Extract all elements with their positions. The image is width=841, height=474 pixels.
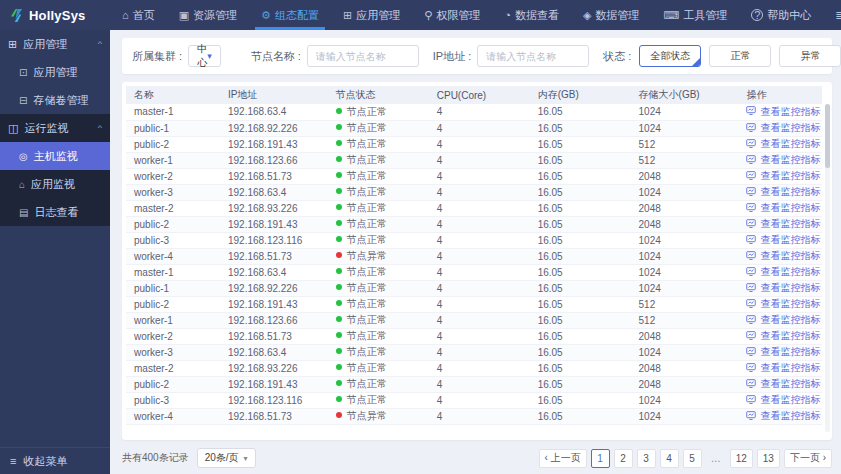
view-metrics-link[interactable]: 查看监控指标	[746, 409, 820, 423]
table-scrollbar[interactable]	[825, 104, 830, 432]
view-metrics-link[interactable]: 查看监控指标	[746, 393, 820, 407]
table-row: worker-4192.168.51.73节点异常416.051024查看监控指…	[126, 408, 822, 424]
cell-actions: 查看监控指标	[738, 408, 822, 424]
status-dot-normal	[336, 188, 342, 194]
view-metrics-link[interactable]: 查看监控指标	[746, 281, 820, 295]
view-metrics-link[interactable]: 查看监控指标	[746, 137, 820, 151]
view-metrics-label: 查看监控指标	[760, 393, 820, 407]
page-button-12[interactable]: 12	[730, 449, 753, 468]
view-metrics-link[interactable]: 查看监控指标	[746, 105, 820, 119]
nav-item-3[interactable]: ⚙组态配置	[249, 0, 331, 30]
page-button-1[interactable]: 1	[591, 449, 610, 468]
nav-item-9[interactable]: ?帮助中心	[739, 0, 823, 30]
monitor-chart-icon	[746, 106, 756, 117]
cell-status: 节点正常	[328, 216, 429, 232]
cell-ip: 192.168.63.4	[220, 344, 328, 360]
sidebar-group-2[interactable]: ◫运行监视^	[0, 114, 110, 142]
view-metrics-link[interactable]: 查看监控指标	[746, 345, 820, 359]
monitor-chart-icon	[746, 331, 756, 342]
next-page-button[interactable]: 下一页 ›	[784, 449, 832, 468]
cell-status: 节点正常	[328, 152, 429, 168]
view-metrics-link[interactable]: 查看监控指标	[746, 377, 820, 391]
cluster-select[interactable]: 中心 ▾	[188, 45, 221, 67]
status-normal-button[interactable]: 正常	[709, 45, 771, 67]
nav-item-8[interactable]: ⌨工具管理	[651, 0, 739, 30]
view-metrics-link[interactable]: 查看监控指标	[746, 313, 820, 327]
nav-item-2[interactable]: ▣资源管理	[167, 0, 249, 30]
cell-actions: 查看监控指标	[738, 280, 822, 296]
view-metrics-label: 查看监控指标	[760, 201, 820, 215]
collapse-menu-button[interactable]: ≡ 收起菜单	[0, 447, 110, 474]
view-metrics-link[interactable]: 查看监控指标	[746, 249, 820, 263]
nav-item-1[interactable]: ⌂首页	[110, 0, 167, 30]
sidebar-group-1[interactable]: ⊞应用管理^	[0, 30, 110, 58]
sidebar-item-日志查看[interactable]: ▤日志查看	[0, 198, 110, 226]
page-button-5[interactable]: 5	[683, 449, 702, 468]
nav-item-label: 资源管理	[193, 8, 237, 23]
cell-status: 节点正常	[328, 296, 429, 312]
collapse-menu-icon: ≡	[10, 455, 16, 467]
page-size-select[interactable]: 20条/页 ▾	[197, 448, 256, 468]
cell-cpu: 4	[429, 216, 530, 232]
nav-item-5[interactable]: ⚲权限管理	[412, 0, 492, 30]
status-abnormal-button[interactable]: 异常	[779, 45, 841, 67]
cell-memory: 16.05	[530, 200, 631, 216]
nav-item-10[interactable]: ≣更多▾	[823, 0, 841, 30]
cell-memory: 16.05	[530, 104, 631, 120]
sidebar-item-label: 存储卷管理	[33, 93, 88, 108]
status-all-button[interactable]: 全部状态	[639, 45, 701, 67]
table-row: public-3192.168.123.116节点正常416.051024查看监…	[126, 232, 822, 248]
cell-actions: 查看监控指标	[738, 344, 822, 360]
page-button-2[interactable]: 2	[614, 449, 633, 468]
view-metrics-link[interactable]: 查看监控指标	[746, 153, 820, 167]
view-metrics-label: 查看监控指标	[760, 361, 820, 375]
view-metrics-link[interactable]: 查看监控指标	[746, 169, 820, 183]
view-metrics-label: 查看监控指标	[760, 345, 820, 359]
view-metrics-link[interactable]: 查看监控指标	[746, 329, 820, 343]
cell-memory: 16.05	[530, 280, 631, 296]
page-button-4[interactable]: 4	[660, 449, 679, 468]
nav-item-7[interactable]: ◈数据管理	[571, 0, 651, 30]
page-button-13[interactable]: 13	[757, 449, 780, 468]
status-label: 状态 :	[603, 49, 631, 64]
view-metrics-link[interactable]: 查看监控指标	[746, 297, 820, 311]
status-button-group: 全部状态 正常 异常	[639, 45, 841, 67]
sidebar-item-应用管理[interactable]: ⊡应用管理	[0, 58, 110, 86]
cell-ip: 192.168.191.43	[220, 136, 328, 152]
sidebar-item-应用监视[interactable]: ⌂应用监视	[0, 170, 110, 198]
prev-page-button[interactable]: ‹ 上一页	[539, 449, 587, 468]
view-metrics-link[interactable]: 查看监控指标	[746, 233, 820, 247]
cell-name: master-2	[126, 360, 220, 376]
table-row: worker-3192.168.63.4节点正常416.051024查看监控指标	[126, 184, 822, 200]
ip-input[interactable]	[477, 45, 589, 67]
cell-storage: 1024	[631, 120, 739, 136]
collapse-menu-label: 收起菜单	[23, 454, 67, 469]
view-metrics-link[interactable]: 查看监控指标	[746, 121, 820, 135]
cell-name: master-1	[126, 264, 220, 280]
page-button-3[interactable]: 3	[637, 449, 656, 468]
cell-storage: 512	[631, 152, 739, 168]
view-metrics-link[interactable]: 查看监控指标	[746, 201, 820, 215]
nav-item-4[interactable]: ⊞应用管理	[331, 0, 412, 30]
status-text: 节点正常	[347, 346, 387, 357]
status-dot-normal	[336, 156, 342, 162]
nav-item-6[interactable]: ◔数据查看	[492, 0, 571, 30]
cell-memory: 16.05	[530, 376, 631, 392]
node-name-input[interactable]	[307, 45, 419, 67]
status-text: 节点正常	[347, 186, 387, 197]
view-metrics-link[interactable]: 查看监控指标	[746, 185, 820, 199]
view-metrics-link[interactable]: 查看监控指标	[746, 217, 820, 231]
chevron-down-icon: ▾	[207, 51, 212, 61]
monitor-chart-icon	[746, 347, 756, 358]
table-scrollbar-thumb[interactable]	[825, 104, 830, 168]
cell-cpu: 4	[429, 232, 530, 248]
cell-ip: 192.168.92.226	[220, 280, 328, 296]
table-row: worker-3192.168.63.4节点正常416.051024查看监控指标	[126, 344, 822, 360]
view-metrics-link[interactable]: 查看监控指标	[746, 265, 820, 279]
status-dot-normal	[336, 284, 342, 290]
sidebar-item-存储卷管理[interactable]: ⊟存储卷管理	[0, 86, 110, 114]
table-row: worker-1192.168.123.66节点正常416.05512查看监控指…	[126, 152, 822, 168]
sidebar-item-主机监视[interactable]: ◎主机监视	[0, 142, 110, 170]
view-metrics-link[interactable]: 查看监控指标	[746, 361, 820, 375]
log-view-icon: ▤	[19, 207, 28, 218]
